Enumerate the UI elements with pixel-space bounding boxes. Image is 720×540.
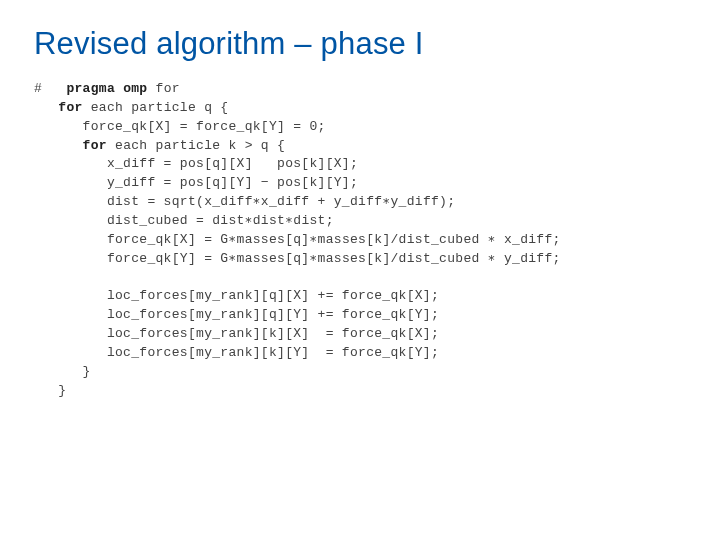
code-line-8: loc_forces[my_rank][q][X] += force_qk[X]… — [34, 288, 439, 303]
kw-for-2: for — [83, 138, 107, 153]
code-line-1: force_qk[X] = force_qk[Y] = 0; — [34, 119, 326, 134]
code-line-2: x_diff = pos[q][X] pos[k][X]; — [34, 156, 358, 171]
code-line-11: loc_forces[my_rank][k][Y] = force_qk[Y]; — [34, 345, 439, 360]
code-block: # pragma omp for for each particle q { f… — [34, 80, 686, 400]
code-line-7: force_qk[Y] = G∗masses[q]∗masses[k]/dist… — [34, 251, 561, 266]
code-line-10: loc_forces[my_rank][k][X] = force_qk[X]; — [34, 326, 439, 341]
pragma-rest: for — [156, 81, 180, 96]
code-line-13: } — [34, 383, 66, 398]
code-line-6: force_qk[X] = G∗masses[q]∗masses[k]/dist… — [34, 232, 561, 247]
for1-rest: each particle q { — [91, 100, 229, 115]
code-hash: # — [34, 81, 42, 96]
code-line-12: } — [34, 364, 91, 379]
kw-pragma: pragma omp — [66, 81, 147, 96]
code-line-5: dist_cubed = dist∗dist∗dist; — [34, 213, 334, 228]
code-line-9: loc_forces[my_rank][q][Y] += force_qk[Y]… — [34, 307, 439, 322]
kw-for-1: for — [58, 100, 82, 115]
for2-rest: each particle k > q { — [115, 138, 285, 153]
code-line-4: dist = sqrt(x_diff∗x_diff + y_diff∗y_dif… — [34, 194, 455, 209]
slide-title: Revised algorithm – phase I — [34, 26, 686, 62]
code-line-3: y_diff = pos[q][Y] − pos[k][Y]; — [34, 175, 358, 190]
slide: Revised algorithm – phase I # pragma omp… — [0, 0, 720, 540]
